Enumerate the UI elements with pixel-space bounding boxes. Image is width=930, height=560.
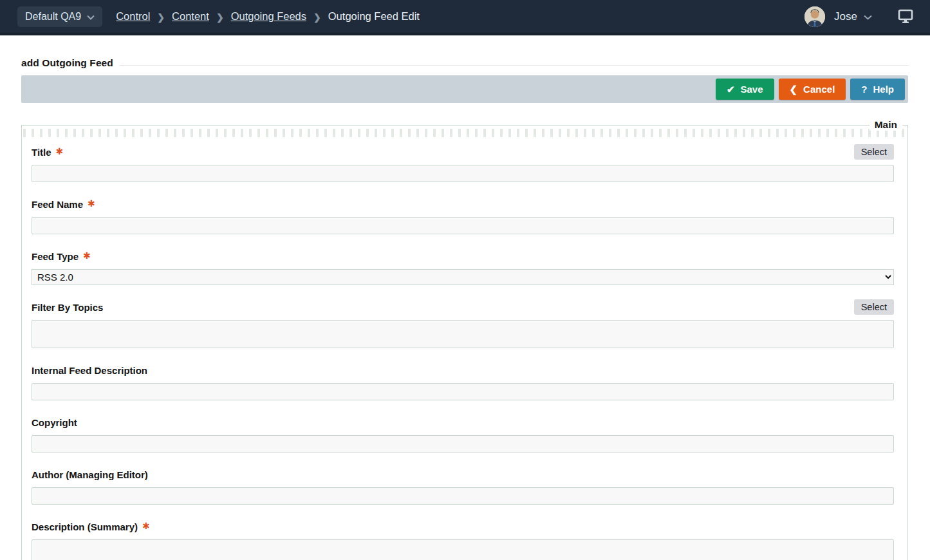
internal-description-input[interactable] [32, 383, 894, 400]
site-selector-label: Default QA9 [25, 11, 81, 23]
site-selector-dropdown[interactable]: Default QA9 [17, 6, 102, 27]
heading-divider [120, 65, 908, 66]
description-summary-label: Description (Summary) [32, 521, 138, 532]
help-button[interactable]: ? Help [850, 79, 905, 100]
cancel-button[interactable]: ❮ Cancel [779, 79, 846, 100]
title-label: Title [32, 147, 51, 158]
action-toolbar: ✔ Save ❮ Cancel ? Help [21, 75, 908, 103]
internal-description-label-row: Internal Feed Description [32, 362, 894, 378]
chevron-left-icon: ❮ [790, 84, 798, 95]
author-label: Author (Managing Editor) [32, 469, 148, 480]
fieldset-legend: Main [870, 119, 902, 131]
help-button-label: Help [873, 84, 894, 95]
save-button-label: Save [740, 84, 763, 95]
breadcrumb-control[interactable]: Control [116, 10, 150, 23]
required-asterisk-icon: ✱ [56, 146, 64, 156]
chevron-down-icon [87, 11, 95, 23]
breadcrumb-outgoing-feeds[interactable]: Outgoing Feeds [231, 10, 306, 23]
chevron-right-icon: ❯ [216, 12, 224, 23]
author-label-row: Author (Managing Editor) [32, 466, 894, 483]
chevron-down-icon[interactable] [864, 11, 872, 23]
feed-name-label: Feed Name [32, 199, 83, 210]
page-content: add Outgoing Feed ✔ Save ❮ Cancel ? Help… [0, 57, 930, 560]
copyright-input[interactable] [32, 435, 894, 453]
chevron-right-icon: ❯ [157, 12, 165, 23]
breadcrumb-current-page: Outgoing Feed Edit [328, 10, 420, 23]
filter-topics-label-row: Filter By Topics Select [32, 299, 894, 315]
dotted-separator [23, 129, 906, 137]
copyright-label-row: Copyright [32, 414, 894, 431]
internal-description-label: Internal Feed Description [32, 365, 147, 376]
save-button[interactable]: ✔ Save [716, 79, 774, 100]
filter-topics-select-button[interactable]: Select [854, 299, 894, 315]
cancel-button-label: Cancel [803, 84, 835, 95]
user-name[interactable]: Jose [834, 10, 857, 23]
author-input[interactable] [32, 487, 894, 505]
description-summary-textarea[interactable] [32, 539, 894, 560]
top-navigation-bar: Default QA9 Control ❯ Content ❯ Outgoing… [0, 0, 930, 35]
title-input[interactable] [32, 165, 894, 182]
required-asterisk-icon: ✱ [83, 250, 91, 261]
title-label-row: Title ✱ Select [32, 144, 894, 160]
topbar-right-section: Jose [804, 6, 930, 27]
filter-topics-box[interactable] [32, 320, 894, 348]
feed-name-label-row: Feed Name ✱ [32, 196, 894, 212]
feed-type-label-row: Feed Type ✱ [32, 248, 894, 265]
checkmark-icon: ✔ [727, 84, 735, 95]
title-select-button[interactable]: Select [854, 144, 894, 160]
required-asterisk-icon: ✱ [142, 521, 150, 531]
feed-name-input[interactable] [32, 217, 894, 234]
breadcrumb-content[interactable]: Content [172, 10, 209, 23]
chevron-right-icon: ❯ [313, 12, 321, 23]
user-avatar[interactable] [804, 6, 825, 27]
required-asterisk-icon: ✱ [88, 198, 95, 209]
feed-type-select[interactable]: RSS 2.0 [32, 269, 894, 285]
feed-type-label: Feed Type [32, 251, 79, 262]
display-monitor-icon[interactable] [898, 9, 913, 24]
copyright-label: Copyright [32, 417, 77, 428]
page-heading-row: add Outgoing Feed [21, 57, 908, 69]
main-fieldset: Main Title ✱ Select Feed Name ✱ Feed Typ… [21, 125, 908, 560]
question-mark-icon: ? [861, 84, 867, 95]
description-summary-label-row: Description (Summary) ✱ [32, 518, 894, 535]
page-title: add Outgoing Feed [21, 57, 113, 69]
breadcrumb: Control ❯ Content ❯ Outgoing Feeds ❯ Out… [116, 10, 420, 23]
filter-topics-label: Filter By Topics [32, 302, 103, 313]
description-summary-area [32, 539, 894, 560]
